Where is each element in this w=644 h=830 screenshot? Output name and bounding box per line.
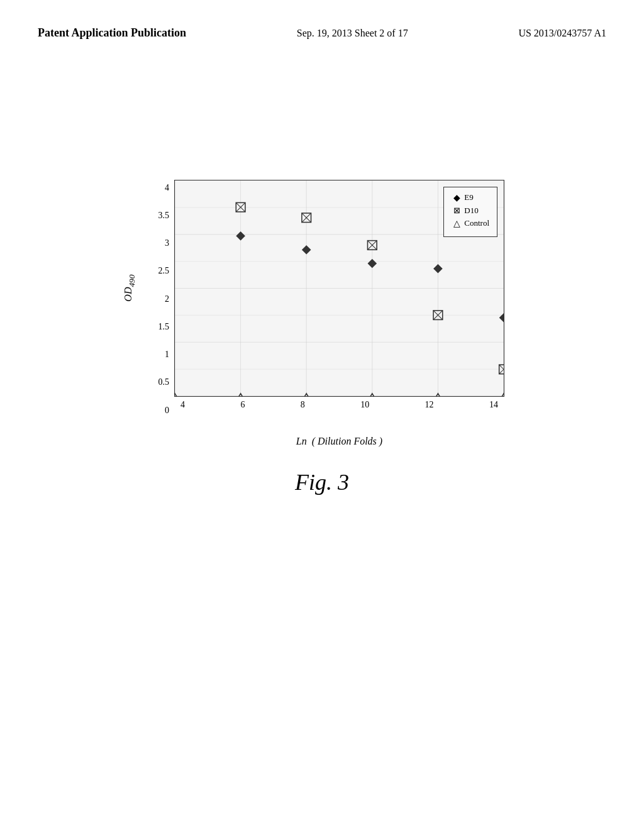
- x-tick-14: 14: [489, 400, 498, 410]
- x-tick-12: 12: [425, 400, 434, 410]
- y-tick-3: 3: [165, 238, 169, 248]
- e9-point-10: [367, 258, 377, 268]
- figure-label: Fig. 3: [295, 469, 349, 495]
- publication-date-sheet: Sep. 19, 2013 Sheet 2 of 17: [297, 25, 408, 42]
- publication-type: Patent Application Publication: [38, 25, 186, 41]
- x-tick-8: 8: [301, 400, 305, 410]
- y-tick-2.5: 2.5: [158, 266, 170, 276]
- y-tick-1: 1: [165, 350, 169, 360]
- e9-point-8: [302, 245, 311, 254]
- x-axis-ticks: 4 6 8 10 12 14: [174, 397, 504, 419]
- e9-point-12: [433, 264, 443, 274]
- legend-label-control: Control: [464, 218, 489, 228]
- legend-symbol-d10: ⊠: [452, 206, 462, 216]
- x-tick-10: 10: [360, 400, 369, 410]
- y-tick-3.5: 3.5: [158, 211, 170, 221]
- chart-plot-area: ◆ E9 ⊠ D10 △ Control: [174, 180, 504, 397]
- y-tick-2: 2: [165, 294, 169, 304]
- legend-item-d10: ⊠ D10: [452, 206, 489, 216]
- y-tick-4: 4: [165, 183, 169, 193]
- legend-item-e9: ◆ E9: [452, 192, 489, 203]
- legend-symbol-control: △: [452, 218, 462, 229]
- x-axis-title: Ln ( Dilution Folds ): [174, 436, 504, 447]
- chart-section: OD490 4 3.5 3 2.5 2 1.5 1 0.5 0 ◆ E9: [0, 180, 644, 495]
- publication-number: US 2013/0243757 A1: [518, 25, 606, 42]
- y-axis-ticks: 4 3.5 3 2.5 2 1.5 1 0.5 0: [140, 180, 174, 419]
- y-axis-title: OD490: [123, 275, 137, 302]
- y-tick-0: 0: [165, 406, 169, 416]
- x-tick-6: 6: [240, 400, 245, 410]
- e9-point-14: [499, 313, 509, 323]
- legend-item-control: △ Control: [452, 218, 489, 229]
- legend-label-d10: D10: [464, 206, 478, 216]
- legend-label-e9: E9: [464, 192, 473, 202]
- y-tick-1.5: 1.5: [158, 322, 170, 332]
- x-tick-4: 4: [180, 400, 185, 410]
- chart-container: OD490 4 3.5 3 2.5 2 1.5 1 0.5 0 ◆ E9: [140, 180, 504, 419]
- page-header: Patent Application Publication Sep. 19, …: [0, 0, 644, 54]
- y-tick-0.5: 0.5: [158, 377, 170, 387]
- chart-legend: ◆ E9 ⊠ D10 △ Control: [443, 187, 497, 237]
- legend-symbol-e9: ◆: [452, 192, 462, 203]
- e9-point-6: [236, 231, 245, 241]
